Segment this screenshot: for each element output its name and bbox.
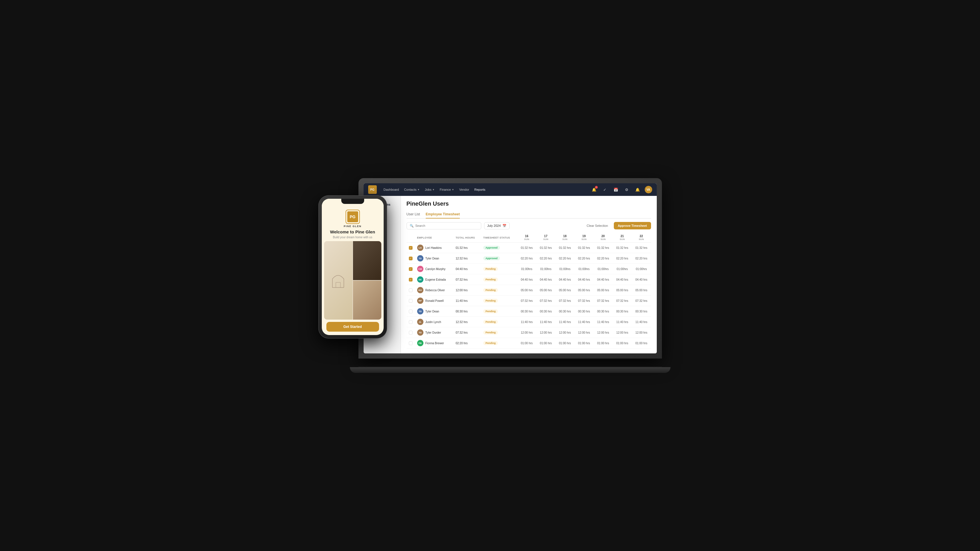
employee-avatar-4: RO xyxy=(417,287,423,293)
col-day-17: 17Sun xyxy=(536,233,555,242)
row-checkbox-2[interactable]: ✓ xyxy=(409,267,412,271)
settings-button[interactable]: ⚙ xyxy=(623,186,630,193)
tab-employee-timesheet[interactable]: Employee Timesheet xyxy=(426,210,460,218)
day-22-0: 01:32 hrs xyxy=(632,242,651,253)
phone-brand-name: PINE GLEN xyxy=(344,225,361,228)
nav-vendor[interactable]: Vendor xyxy=(459,188,469,191)
row-checkbox-0[interactable]: ✓ xyxy=(409,246,412,250)
day-20-0: 01:32 hrs xyxy=(593,242,612,253)
day-17-4: 05:00 hrs xyxy=(536,285,555,296)
phone-screen: PG PINE GLEN Welcome to Pine Glen Build … xyxy=(322,199,383,335)
total-hours-6: 00:30 hrs xyxy=(453,306,481,317)
chevron-down-icon: ▼ xyxy=(417,188,420,191)
day-21-8: 12:00 hrs xyxy=(612,327,632,338)
notification-badge: 1 xyxy=(595,186,598,189)
row-checkbox-4[interactable] xyxy=(409,288,412,292)
col-day-21: 21Sun xyxy=(612,233,632,242)
nav-contacts[interactable]: Contacts ▼ xyxy=(404,188,419,191)
alert-button[interactable]: 🔔 xyxy=(634,186,641,193)
day-20-9: 01:00 hrs xyxy=(593,338,612,349)
day-16-0: 01:32 hrs xyxy=(517,242,536,253)
nav-jobs[interactable]: Jobs ▼ xyxy=(425,188,434,191)
status-badge-3: Pending xyxy=(483,277,498,282)
day-22-1: 02:20 hrs xyxy=(632,253,651,264)
search-box[interactable]: 🔍 xyxy=(407,222,481,229)
day-18-8: 12:00 hrs xyxy=(555,327,574,338)
col-status: TIMESHEET STATUS xyxy=(481,233,517,242)
row-checkbox-5[interactable] xyxy=(409,299,412,303)
day-17-0: 01:32 hrs xyxy=(536,242,555,253)
table-row: RP Ronald Powell 11:40 hrs Pending 07:32… xyxy=(407,296,651,306)
phone-frame: PG PINE GLEN Welcome to Pine Glen Build … xyxy=(318,195,387,339)
nav-items: Dashboard Contacts ▼ Jobs ▼ Finance ▼ xyxy=(383,188,584,191)
employee-name-9: Fionna Brewer xyxy=(425,342,444,345)
row-checkbox-7[interactable] xyxy=(409,320,412,324)
status-badge-0: Approved xyxy=(483,246,500,250)
total-hours-8: 07:32 hrs xyxy=(453,327,481,338)
phone-cta-button[interactable]: Get Started xyxy=(326,322,379,332)
check-icon: ✓ xyxy=(603,188,606,192)
employee-name-7: Justin Lynch xyxy=(425,320,441,323)
arch-sketch-svg xyxy=(329,270,347,290)
day-22-5: 07:32 hrs xyxy=(632,296,651,306)
timesheet-table: EMPLOYEE TOTAL HOURS TIMESHEET STATUS 16… xyxy=(407,233,651,349)
nav-reports[interactable]: Reports xyxy=(474,188,485,191)
table-row: ✓ TD Tyler Dean 12:32 hrs Approved 02:20… xyxy=(407,253,651,264)
employee-avatar-2: CM xyxy=(417,266,423,272)
status-badge-1: Approved xyxy=(483,256,500,260)
row-checkbox-9[interactable] xyxy=(409,341,412,345)
table-row: RO Rebecca Oliver 12:00 hrs Pending 05:0… xyxy=(407,285,651,296)
status-badge-7: Pending xyxy=(483,320,498,324)
day-20-6: 00:30 hrs xyxy=(593,306,612,317)
clear-selection-button[interactable]: Clear Selection xyxy=(584,223,611,229)
col-day-18: 18Sun xyxy=(555,233,574,242)
calendar-icon: 📅 xyxy=(503,224,506,228)
col-day-22: 22Sun xyxy=(632,233,651,242)
phone-logo-inner: PG xyxy=(347,211,358,222)
tab-user-list[interactable]: User List xyxy=(407,210,420,218)
notifications-button[interactable]: 🔔 1 xyxy=(590,186,598,193)
calendar-button[interactable]: 📅 xyxy=(612,186,620,193)
day-18-0: 01:32 hrs xyxy=(555,242,574,253)
day-18-7: 11:40 hrs xyxy=(555,317,574,327)
chevron-down-icon: ▼ xyxy=(432,188,434,191)
employee-cell-3: EE Eugene Estrada xyxy=(417,276,451,283)
scene: PG Dashboard Contacts ▼ Jobs ▼ xyxy=(318,178,662,373)
row-checkbox-3[interactable]: ✓ xyxy=(409,278,412,282)
table-row: FB Fionna Brewer 02:20 hrs Pending 01:00… xyxy=(407,338,651,349)
gear-icon: ⚙ xyxy=(625,188,628,192)
employee-name-0: Lori Hawkins xyxy=(425,246,442,250)
row-checkbox-1[interactable]: ✓ xyxy=(409,256,412,260)
page-title: PineGlen Users xyxy=(407,201,651,207)
status-badge-8: Pending xyxy=(483,330,498,334)
day-16-8: 12:00 hrs xyxy=(517,327,536,338)
day-18-4: 05:00 hrs xyxy=(555,285,574,296)
col-total-hours: TOTAL HOURS xyxy=(453,233,481,242)
search-input[interactable] xyxy=(415,224,478,228)
nav-logo[interactable]: PG xyxy=(368,185,377,194)
status-badge-2: Pending xyxy=(483,267,498,271)
total-hours-5: 11:40 hrs xyxy=(453,296,481,306)
search-icon: 🔍 xyxy=(410,224,414,228)
table-row: ✓ EE Eugene Estrada 07:32 hrs Pending 04… xyxy=(407,274,651,285)
approve-timesheet-button[interactable]: Approve Timesheet xyxy=(614,222,651,229)
laptop-body: PG Dashboard Contacts ▼ Jobs ▼ xyxy=(358,178,662,358)
row-checkbox-6[interactable] xyxy=(409,310,412,313)
row-checkbox-8[interactable] xyxy=(409,331,412,334)
nav-finance[interactable]: Finance ▼ xyxy=(440,188,454,191)
user-avatar[interactable]: VA xyxy=(645,186,652,193)
status-badge-5: Pending xyxy=(483,299,498,303)
day-21-9: 01:00 hrs xyxy=(612,338,632,349)
nav-dashboard[interactable]: Dashboard xyxy=(383,188,399,191)
employee-cell-5: RP Ronald Powell xyxy=(417,298,451,304)
table-row: TD Tyler Durder 07:32 hrs Pending 12:00 … xyxy=(407,327,651,338)
employee-avatar-7: JL xyxy=(417,319,423,325)
phone: PG PINE GLEN Welcome to Pine Glen Build … xyxy=(318,195,387,339)
day-20-4: 05:00 hrs xyxy=(593,285,612,296)
day-22-2: 01:00hrs xyxy=(632,264,651,274)
day-19-0: 01:32 hrs xyxy=(574,242,594,253)
toolbar: 🔍 July 2024 📅 Clear Selection Approve Ti… xyxy=(407,222,651,229)
check-button[interactable]: ✓ xyxy=(601,186,609,193)
date-picker[interactable]: July 2024 📅 xyxy=(484,222,510,229)
table-row: ✓ LH Lori Hawkins 01:32 hrs Approved 01:… xyxy=(407,242,651,253)
